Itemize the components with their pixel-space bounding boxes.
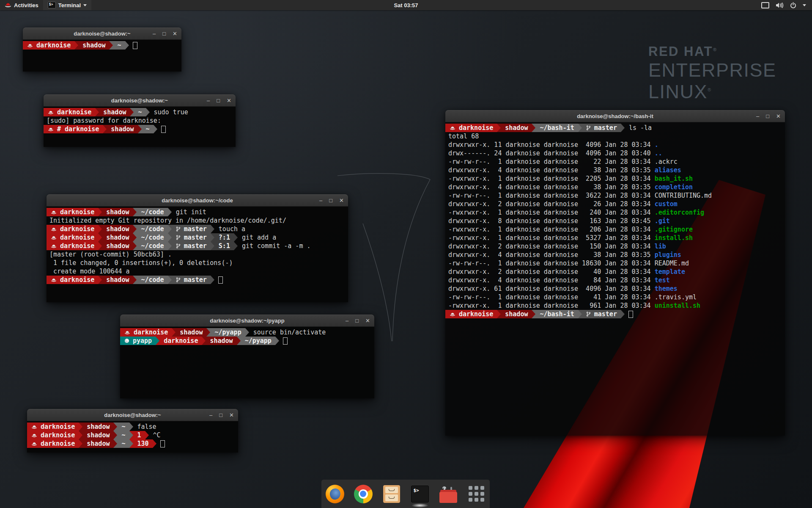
ls-row-fields: -rw-rw-r--. 1 darknoise darknoise 3622 J… xyxy=(445,191,655,200)
minimize-button[interactable]: – xyxy=(346,318,348,323)
maximize-button[interactable]: □ xyxy=(219,412,222,418)
git-branch-icon xyxy=(176,235,181,240)
activities-button[interactable]: Activities xyxy=(0,0,43,10)
terminal-content[interactable]: darknoiseshadow~falsedarknoiseshadow~1^C… xyxy=(27,421,238,453)
ls-row-fields: -rw-rw-r--. 1 darknoise darknoise 18630 … xyxy=(445,259,655,268)
ls-row-fields: drwxrwxr-x. 2 darknoise darknoise 26 Jan… xyxy=(445,200,655,208)
dock-files-icon[interactable] xyxy=(382,484,401,504)
command-text: git add a xyxy=(242,233,276,242)
terminal-content[interactable]: darknoiseshadow~ xyxy=(23,40,181,72)
git-branch-icon xyxy=(176,277,181,283)
dock-terminal-icon[interactable]: $> xyxy=(410,484,430,504)
app-menu-terminal[interactable]: $> Terminal xyxy=(43,0,91,10)
prompt-segment-user: darknoise xyxy=(47,208,98,216)
prompt-segment-host: shadow xyxy=(501,124,532,132)
redhat-fedora-icon xyxy=(31,433,37,438)
output-text: create mode 100644 a xyxy=(47,267,130,276)
ls-filename: test xyxy=(655,276,670,284)
powerline-arrow xyxy=(129,422,133,431)
terminal-mini-icon: $> xyxy=(48,2,56,8)
dock-toolbox-icon[interactable] xyxy=(439,484,458,504)
ls-row-fields: -rwxrwxr-x. 1 darknoise darknoise 2205 J… xyxy=(445,174,655,183)
terminal-cursor xyxy=(628,311,633,318)
minimize-button[interactable]: – xyxy=(207,98,210,103)
terminal-window: darknoise@shadow:~ – □ ✕ darknoiseshadow… xyxy=(44,94,236,147)
window-titlebar[interactable]: darknoise@shadow:~ – □ ✕ xyxy=(44,94,236,107)
ls-filename: .gitignore xyxy=(655,225,693,234)
ls-filename: themes xyxy=(655,284,678,293)
window-titlebar[interactable]: darknoise@shadow:~/pyapp – □ ✕ xyxy=(120,315,374,327)
minimize-button[interactable]: – xyxy=(153,31,156,36)
window-title: darknoise@shadow:~/pyapp xyxy=(210,318,284,324)
clock-label[interactable]: Sat 03:57 xyxy=(394,2,418,8)
powerline-arrow xyxy=(532,124,535,132)
powerline-arrow xyxy=(133,242,137,250)
window-title: darknoise@shadow:~ xyxy=(111,97,168,104)
prompt-segment-host: shadow xyxy=(107,125,137,133)
rhel-wordmark: RED HAT® ENTERPRISE LINUX® xyxy=(648,45,776,101)
maximize-button[interactable]: □ xyxy=(355,318,359,323)
terminal-line: -rw-rw-r--. 1 darknoise darknoise 18630 … xyxy=(445,259,785,268)
close-button[interactable]: ✕ xyxy=(776,113,781,119)
terminal-line: darknoiseshadow~/codemastertouch a xyxy=(47,225,348,233)
minimize-button[interactable]: – xyxy=(319,198,322,203)
terminal-cursor xyxy=(218,276,223,284)
maximize-button[interactable]: □ xyxy=(329,198,332,203)
powerline-arrow xyxy=(234,233,238,242)
ls-row-fields: -rwxrwxr-x. 1 darknoise darknoise 240 Ja… xyxy=(445,208,655,217)
terminal-line: darknoiseshadow~sudo true xyxy=(44,108,236,116)
window-titlebar[interactable]: darknoise@shadow:~/bash-it – □ ✕ xyxy=(445,110,785,122)
ls-filename: template xyxy=(655,268,685,276)
maximize-button[interactable]: □ xyxy=(217,98,220,103)
close-button[interactable]: ✕ xyxy=(339,198,344,203)
redhat-fedora-icon xyxy=(31,442,37,446)
command-text: git init xyxy=(176,208,206,216)
powerline-arrow xyxy=(168,208,172,216)
terminal-window: darknoise@shadow:~/bash-it – □ ✕ darknoi… xyxy=(445,110,785,436)
dock-firefox-icon[interactable] xyxy=(325,484,345,504)
prompt-segment-user: darknoise xyxy=(47,233,98,242)
prompt-segment-path: ~ xyxy=(117,431,129,439)
window-titlebar[interactable]: darknoise@shadow:~ – □ ✕ xyxy=(27,409,238,421)
ls-row-fields: drwxrwxr-x. 2 darknoise darknoise 40 Jan… xyxy=(445,268,655,276)
prompt-segment-host: shadow xyxy=(501,310,532,318)
powerline-arrow xyxy=(113,422,117,431)
prompt-segment-stat: ?:1 xyxy=(214,233,234,242)
dock-chrome-icon[interactable] xyxy=(354,484,373,504)
command-text: ^C xyxy=(153,431,161,439)
powerline-arrow xyxy=(168,276,172,284)
prompt-segment-host: shadow xyxy=(102,276,133,284)
prompt-segment-git: master xyxy=(582,124,621,132)
maximize-button[interactable]: □ xyxy=(162,31,166,36)
terminal-content[interactable]: darknoiseshadow~/bash-itmasterls -latota… xyxy=(445,122,785,436)
ls-filename: README.md xyxy=(655,259,689,268)
powerline-arrow xyxy=(578,310,582,318)
terminal-content[interactable]: darknoiseshadow~/codegit initInitialized… xyxy=(47,207,348,302)
close-button[interactable]: ✕ xyxy=(229,412,234,418)
terminal-content[interactable]: darknoiseshadow~/pyappsource bin/activat… xyxy=(120,327,374,398)
maximize-button[interactable]: □ xyxy=(766,113,769,119)
output-text: 1 file changed, 0 insertions(+), 0 delet… xyxy=(47,259,233,267)
close-button[interactable]: ✕ xyxy=(227,98,231,103)
dock-app-grid-icon[interactable] xyxy=(467,484,486,504)
powerline-arrow xyxy=(98,225,102,233)
terminal-content[interactable]: darknoiseshadow~sudo true[sudo] password… xyxy=(44,107,236,147)
redhat-fedora-icon xyxy=(51,227,57,232)
minimize-button[interactable]: – xyxy=(756,113,759,119)
prompt-segment-path: ~ xyxy=(117,439,129,448)
powerline-arrow xyxy=(168,233,172,242)
python-venv-icon xyxy=(124,338,129,343)
minimize-button[interactable]: – xyxy=(209,412,212,418)
terminal-line: pyappdarknoiseshadow~/pyapp xyxy=(120,337,374,345)
powerline-arrow xyxy=(154,125,157,133)
window-titlebar[interactable]: darknoise@shadow:~ – □ ✕ xyxy=(23,28,181,40)
close-button[interactable]: ✕ xyxy=(173,31,177,36)
ls-row-fields: drwx------. 24 darknoise darknoise 4096 … xyxy=(445,149,655,157)
window-titlebar[interactable]: darknoise@shadow:~/code – □ ✕ xyxy=(47,194,348,207)
prompt-segment-host: shadow xyxy=(82,439,113,448)
git-branch-icon xyxy=(586,125,591,131)
terminal-line: drwxrwxr-x. 2 darknoise darknoise 150 Ja… xyxy=(445,242,785,251)
terminal-line: 1 file changed, 0 insertions(+), 0 delet… xyxy=(47,259,348,267)
system-status-area[interactable] xyxy=(755,0,812,10)
close-button[interactable]: ✕ xyxy=(365,318,370,323)
